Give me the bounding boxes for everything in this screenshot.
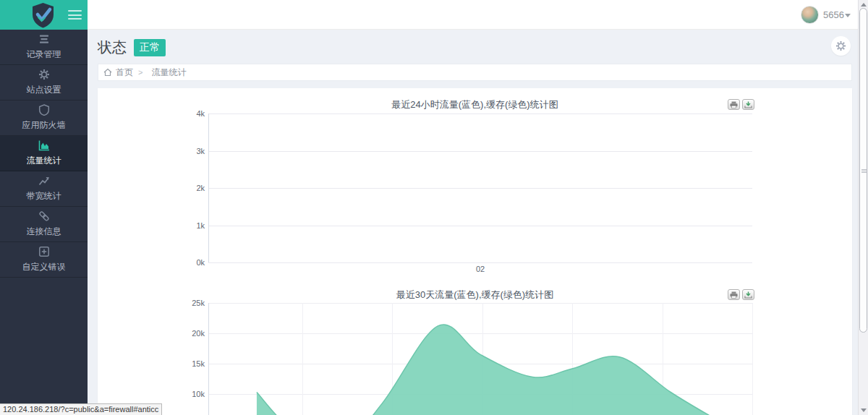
- breadcrumb-current: 流量统计: [151, 67, 186, 79]
- y-axis-tick-label: 0k: [176, 258, 205, 267]
- y-axis-tick-label: 3k: [176, 147, 205, 155]
- app-window: 5656 记录管理站点设置应用防火墙流量统计带宽统计连接信息自定义错误 状态 正…: [0, 0, 868, 415]
- y-axis-tick-label: 10k: [176, 390, 205, 398]
- sidebar-item-label: 记录管理: [27, 48, 61, 61]
- download-icon: [744, 101, 752, 108]
- y-axis-tick-label: 4k: [176, 109, 205, 118]
- printer-icon: [730, 101, 738, 108]
- sidebar-item-traffic-stats[interactable]: 流量统计: [0, 136, 88, 171]
- chevron-down-icon[interactable]: [845, 14, 851, 17]
- link-preview-statusbar: 120.24.186.218/?c=public&a=firewall#anti…: [0, 403, 162, 415]
- print-button[interactable]: [728, 99, 740, 110]
- printer-icon: [730, 291, 738, 299]
- y-axis-line: [208, 303, 209, 415]
- area-chart-icon: [38, 140, 50, 151]
- gridline-vertical: [392, 303, 393, 415]
- main-content: 状态 正常 首页 > 流量统计 最近24小时流: [88, 30, 858, 415]
- sidebar-item-label: 连接信息: [27, 226, 61, 238]
- chart2-green-area-series: [208, 303, 752, 415]
- topbar: 5656: [88, 0, 868, 30]
- gridline-horizontal: [208, 364, 752, 364]
- gridline-horizontal: [208, 151, 752, 152]
- sidebar-item-label: 站点设置: [27, 84, 61, 96]
- scroll-up-icon[interactable]: [861, 3, 867, 7]
- sidebar-item-label: 带宽统计: [27, 190, 61, 202]
- sidebar-item-site-settings[interactable]: 站点设置: [0, 65, 88, 100]
- status-badge: 正常: [134, 39, 166, 56]
- list-icon: [38, 33, 50, 45]
- breadcrumb-separator: >: [138, 68, 142, 77]
- home-icon: [103, 68, 112, 77]
- link-icon: [38, 210, 50, 222]
- sidebar-item-app-firewall[interactable]: 应用防火墙: [0, 100, 88, 136]
- sidebar-item-records[interactable]: 记录管理: [0, 30, 88, 65]
- settings-button[interactable]: [831, 36, 851, 56]
- scrollbar-thumb[interactable]: [859, 8, 867, 333]
- gridline-vertical: [663, 303, 663, 415]
- logo-block: [0, 0, 88, 30]
- sidebar-item-connection-info[interactable]: 连接信息: [0, 207, 88, 242]
- y-axis-tick-label: 20k: [176, 329, 205, 338]
- gridline-vertical: [572, 303, 573, 415]
- gridline-horizontal: [208, 262, 752, 263]
- download-icon: [744, 291, 752, 299]
- charts-card: 最近24小时流量(蓝色),缓存(绿色)统计图 4k3k2k1k0k02: [98, 88, 852, 415]
- gridline-horizontal: [208, 188, 752, 189]
- y-axis-tick-label: 1k: [176, 221, 205, 230]
- gear-icon: [835, 40, 846, 51]
- username[interactable]: 5656: [823, 9, 844, 20]
- print-button[interactable]: [728, 289, 740, 300]
- breadcrumb: 首页 > 流量统计: [98, 64, 852, 81]
- sidebar-item-label: 自定义错误: [22, 261, 66, 273]
- shield-logo-icon: [30, 1, 56, 28]
- x-axis-tick-label: 02: [476, 265, 485, 273]
- vertical-scrollbar[interactable]: [858, 0, 868, 415]
- export-button[interactable]: [742, 289, 754, 300]
- y-axis-tick-label: 2k: [176, 184, 205, 192]
- y-axis-line: [208, 114, 209, 262]
- gridline-horizontal: [208, 114, 752, 114]
- chart1-toolbar: [728, 99, 754, 110]
- chart2-toolbar: [728, 289, 754, 300]
- breadcrumb-home[interactable]: 首页: [116, 67, 133, 79]
- gridline-horizontal: [208, 333, 752, 334]
- gridline-horizontal: [208, 303, 752, 304]
- sidebar-item-label: 流量统计: [27, 155, 61, 167]
- gridline-vertical: [302, 303, 303, 415]
- gridline-vertical: [752, 303, 753, 415]
- page-title: 状态: [98, 38, 127, 57]
- scroll-down-icon[interactable]: [861, 408, 867, 412]
- sidebar-item-custom-error[interactable]: 自定义错误: [0, 242, 88, 278]
- export-button[interactable]: [742, 99, 754, 110]
- y-axis-tick-label: 25k: [176, 299, 205, 307]
- sidebar: 记录管理站点设置应用防火墙流量统计带宽统计连接信息自定义错误: [0, 30, 88, 415]
- gridline-horizontal: [208, 226, 752, 226]
- plus-square-icon: [38, 246, 50, 257]
- sidebar-item-label: 应用防火墙: [22, 119, 66, 132]
- gear-icon: [38, 69, 50, 80]
- status-row: 状态 正常: [98, 38, 166, 57]
- trend-icon: [38, 175, 50, 187]
- gridline-horizontal: [208, 394, 752, 395]
- menu-toggle-icon[interactable]: [68, 10, 82, 20]
- y-axis-tick-label: 15k: [176, 359, 205, 368]
- gridline-vertical: [482, 303, 483, 415]
- sidebar-item-bandwidth-stats[interactable]: 带宽统计: [0, 171, 88, 207]
- avatar[interactable]: [801, 6, 819, 24]
- shield-icon: [38, 104, 50, 116]
